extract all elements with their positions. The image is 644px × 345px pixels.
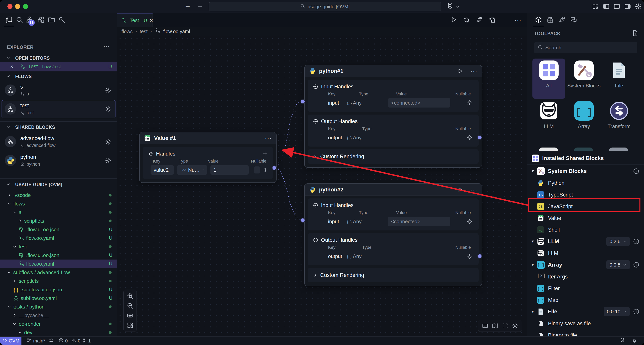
close-window-button[interactable] [8,4,12,9]
node-more-icon[interactable]: ··· [265,135,272,141]
activity-key-icon[interactable] [58,16,66,25]
zoom-in-icon[interactable] [126,292,134,299]
value-input[interactable]: 1 [210,165,249,175]
toggle-panel-icon[interactable] [614,3,620,11]
block-item-python[interactable]: Python [527,177,644,189]
output-port[interactable] [272,165,277,170]
rerun-icon[interactable] [463,16,470,24]
nullable-checkbox[interactable] [254,166,260,173]
tree-item--pycache-[interactable]: __pycache__ [0,311,117,320]
open-editors-header[interactable]: OPEN EDITORS [6,56,50,61]
activity-search-icon[interactable] [16,16,24,25]
close-tab-icon[interactable]: × [150,17,153,24]
navigate-forward-button[interactable]: → [196,2,203,9]
fullscreen-icon[interactable] [502,322,508,329]
split-editor-icon[interactable] [502,16,509,24]
tree-item-scriptlets[interactable]: scriptlets [0,277,117,285]
node-more-icon[interactable]: ··· [470,68,478,74]
activity-folder-icon[interactable] [48,16,56,25]
tree-item-dev[interactable]: dev [0,328,117,337]
category-file[interactable]: File [602,61,636,89]
node-python-1[interactable]: python#1···Input HandlesKeyTypeValueNull… [304,65,482,168]
tree-item-test[interactable]: test [0,242,117,251]
chevron-right-icon[interactable] [313,154,318,159]
tree-item-oo-render[interactable]: oo-render [0,320,117,328]
tree-item-flow.oo.yaml[interactable]: flow.oo.yamlU [0,259,117,268]
tree-item-.flow.ui.oo.json[interactable]: .flow.ui.oo.jsonU [0,225,117,234]
category-array[interactable]: [ ]Array [566,101,602,130]
output-port[interactable] [477,254,482,258]
category-all[interactable]: All [531,61,566,89]
info-icon[interactable] [633,238,640,245]
block-item-value[interactable]: Value [527,212,644,224]
customize-layout-icon[interactable] [592,3,599,11]
open-editor-item[interactable]: × Test flows/test U [0,62,117,71]
chevron-down-icon[interactable]: ▾ [532,169,534,174]
panel-tab-chat-icon[interactable] [570,16,577,24]
git-branch-status[interactable]: main* [26,336,54,345]
category-system-blocks[interactable]: System Blocks [566,61,602,89]
new-toolpack-icon[interactable] [632,30,639,38]
gear-icon[interactable] [105,106,112,113]
more-icon[interactable]: ··· [514,17,522,24]
toggle-secondary-sidebar-icon[interactable] [624,3,631,11]
version-select[interactable]: 0.0.8 [606,260,630,269]
info-icon[interactable] [633,168,640,174]
section-file[interactable]: ▾File0.0.10 [527,306,644,317]
sync-icon[interactable] [476,16,483,24]
close-icon[interactable]: × [10,64,13,70]
handle-gear-icon[interactable] [466,253,472,259]
type-select[interactable]: 123Nu… [177,165,207,175]
gear-icon[interactable] [105,87,112,95]
flow-canvas[interactable]: Value #1···HandlesKeyTypeValueNullableva… [117,36,526,336]
block-item-iter-args[interactable]: [x]Iter Args [527,271,644,282]
panel-tab-package-icon[interactable] [535,16,542,24]
node-python-2[interactable]: python#2···Input HandlesKeyTypeValueNull… [304,183,482,286]
section-llm[interactable]: ▾LLM0.2.6 [527,236,644,247]
breadcrumb[interactable]: flows› test› flow.oo.yaml [117,27,526,36]
export-icon[interactable] [489,16,496,24]
settings-gear-icon[interactable] [635,3,642,11]
handle-gear-icon[interactable] [466,100,472,106]
block-item-typescript[interactable]: TSTypeScript [527,189,644,201]
block-item-map[interactable]: [ ]Map [527,294,644,306]
zoom-out-icon[interactable] [126,302,134,309]
shared-blocks-header[interactable]: SHARED BLOCKS [6,125,55,130]
cloud-upload-icon[interactable] [48,338,54,344]
panel-tab-rocket-icon[interactable] [558,16,566,24]
handle-gear-icon[interactable] [466,135,472,141]
block-item-filter[interactable]: [ ]Filter [527,282,644,294]
workspace-header[interactable]: USAGE-GUIDE [OVM] [6,182,62,187]
tree-item-flow.oo.yaml[interactable]: flow.oo.yamlU [0,234,117,242]
chevron-right-icon[interactable] [313,273,318,277]
ports-status[interactable]: 1 [82,336,91,345]
navigate-back-button[interactable]: ← [184,2,191,9]
handle-gear-icon[interactable] [263,167,268,173]
mascot-status[interactable] [620,336,625,345]
flows-header[interactable]: FLOWS [6,74,32,79]
shared-block-item-advanced-flow[interactable]: advanced-flowadvanced-flow [2,133,115,151]
explorer-more-icon[interactable]: ··· [103,43,110,50]
mascot-icon[interactable] [446,2,454,11]
minimize-window-button[interactable] [15,4,20,9]
section-system-blocks[interactable]: ▾System Blocks [527,165,644,177]
tree-item-scriptlets[interactable]: scriptlets [0,217,117,225]
node-value-1[interactable]: Value #1···HandlesKeyTypeValueNullableva… [139,132,276,183]
info-icon[interactable] [633,308,640,315]
remote-indicator[interactable]: OVM [0,336,22,345]
input-port[interactable] [300,99,305,104]
settings-gear-icon[interactable] [512,322,518,329]
run-node-icon[interactable] [457,68,463,74]
problems-status[interactable]: 0 0 [58,336,80,345]
value-input[interactable]: <connected> [388,98,450,108]
section-array[interactable]: ▾[ ]Array0.0.8 [527,259,644,270]
input-port[interactable] [300,218,305,223]
toolpack-search-input[interactable]: Search [534,42,637,53]
version-select[interactable]: 0.0.10 [604,307,630,316]
value-input[interactable]: <connected> [388,217,450,226]
category-transform[interactable]: Transform [602,101,636,130]
tree-item-.subflow.ui.oo.json[interactable]: { }.subflow.ui.oo.jsonU [0,285,117,294]
tab-test[interactable]: Test U × [117,13,153,27]
activity-blocks-icon[interactable] [37,16,45,25]
handle-gear-icon[interactable] [466,219,472,224]
